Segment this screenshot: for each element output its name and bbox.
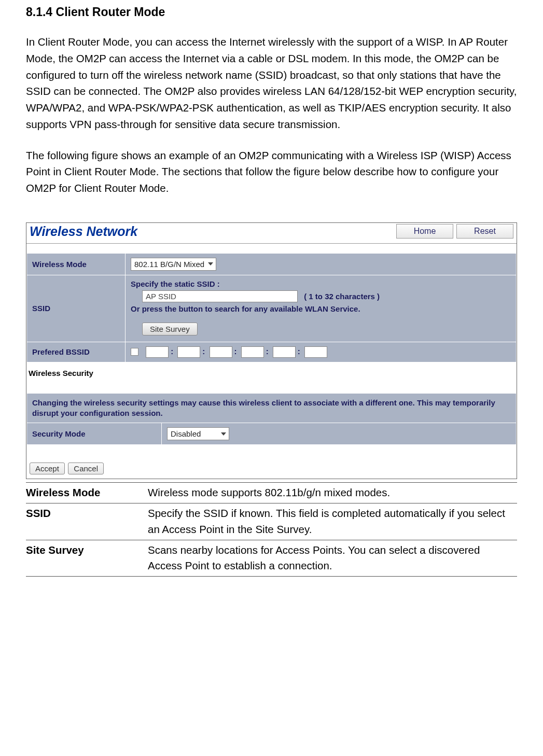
bssid-octet-6[interactable] [304, 346, 327, 358]
ssid-char-hint: ( 1 to 32 characters ) [304, 292, 380, 301]
intro-paragraph-2: The following figure shows an example of… [26, 147, 517, 197]
description-table: Wireless Mode Wireless mode supports 802… [26, 482, 517, 577]
desc-text: Wireless mode supports 802.11b/g/n mixed… [148, 483, 517, 503]
ssid-or-line: Or press the button to search for any av… [131, 304, 511, 313]
security-warning: Changing the wireless security settings … [27, 393, 517, 423]
desc-term: Site Survey [26, 540, 148, 577]
prefered-bssid-label: Prefered BSSID [27, 342, 126, 362]
wireless-network-panel: Wireless Network Home Reset Wireless Mod… [26, 222, 517, 480]
desc-text: Specify the SSID if known. This field is… [148, 503, 517, 540]
desc-text: Scans nearby locations for Access Points… [148, 540, 517, 577]
colon-separator: : [200, 347, 207, 356]
chevron-down-icon [208, 262, 213, 265]
security-mode-select[interactable]: Disabled [167, 427, 229, 440]
security-mode-value: Disabled [171, 429, 201, 438]
desc-term: SSID [26, 503, 148, 540]
site-survey-button[interactable]: Site Survey [142, 323, 198, 335]
ssid-static-line: Specify the static SSID : [131, 279, 511, 288]
wireless-security-subhead: Wireless Security [26, 362, 517, 384]
wireless-mode-value: 802.11 B/G/N Mixed [134, 260, 204, 269]
panel-footer-buttons: Accept Cancel [26, 445, 517, 479]
prefered-bssid-cell: : : : : : [126, 342, 517, 362]
bssid-checkbox[interactable] [131, 348, 138, 356]
wireless-mode-cell: 802.11 B/G/N Mixed [126, 253, 517, 275]
desc-term: Wireless Mode [26, 483, 148, 503]
table-row: Wireless Mode Wireless mode supports 802… [26, 483, 517, 503]
ssid-input[interactable]: AP SSID [142, 290, 298, 302]
bssid-octet-3[interactable] [210, 346, 232, 358]
accept-button[interactable]: Accept [30, 463, 65, 474]
bssid-octet-4[interactable] [241, 346, 264, 358]
ssid-label: SSID [27, 275, 126, 342]
section-heading: 8.1.4 Client Router Mode [26, 5, 517, 19]
colon-separator: : [169, 347, 175, 356]
config-table: Wireless Mode 802.11 B/G/N Mixed SSID Sp… [26, 253, 517, 362]
panel-header: Wireless Network Home Reset [26, 223, 517, 244]
panel-title: Wireless Network [30, 224, 393, 239]
bssid-octet-1[interactable] [146, 346, 169, 358]
colon-separator: : [264, 347, 271, 356]
home-button[interactable]: Home [396, 224, 453, 239]
wireless-mode-select[interactable]: 802.11 B/G/N Mixed [131, 258, 216, 271]
colon-separator: : [232, 347, 239, 356]
bssid-octet-5[interactable] [273, 346, 296, 358]
cancel-button[interactable]: Cancel [68, 463, 104, 474]
intro-paragraph-1: In Client Router Mode, you can access th… [26, 34, 517, 133]
colon-separator: : [296, 347, 302, 356]
wireless-mode-label: Wireless Mode [27, 253, 126, 275]
bssid-octet-2[interactable] [177, 346, 200, 358]
chevron-down-icon [221, 432, 226, 436]
security-mode-label: Security Mode [27, 423, 162, 445]
security-table: Changing the wireless security settings … [26, 393, 517, 445]
reset-button[interactable]: Reset [456, 224, 513, 239]
ssid-cell: Specify the static SSID : AP SSID ( 1 to… [126, 275, 517, 342]
security-mode-cell: Disabled [162, 423, 517, 445]
table-row: Site Survey Scans nearby locations for A… [26, 540, 517, 577]
table-row: SSID Specify the SSID if known. This fie… [26, 503, 517, 540]
